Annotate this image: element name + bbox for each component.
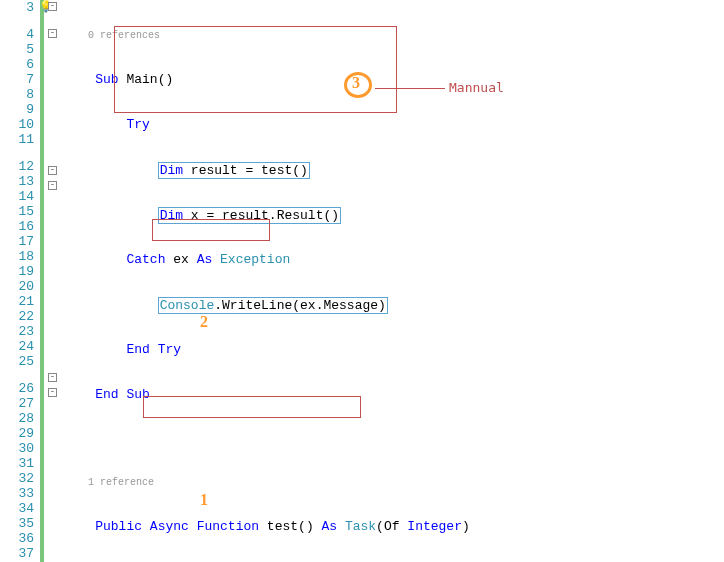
fold-toggle-icon[interactable]: - xyxy=(48,388,57,397)
code-line[interactable]: Catch ex As Exception xyxy=(64,252,724,267)
code-line[interactable]: Console.WriteLine(ex.Message) xyxy=(64,297,724,312)
fold-toggle-icon[interactable]: - xyxy=(48,373,57,382)
code-line[interactable]: Dim result = test() xyxy=(64,162,724,177)
annotation-number: 2 xyxy=(200,313,208,331)
fold-toggle-icon[interactable]: - xyxy=(48,2,57,11)
annotation-line xyxy=(375,88,445,89)
line-number-gutter: 3 4 5 6 7 8 9 10 11 12 13 14 15 16 17 18… xyxy=(0,0,40,562)
codelens-references[interactable]: 1 reference xyxy=(64,477,724,489)
code-line[interactable] xyxy=(64,432,724,447)
codelens-references[interactable]: 0 references xyxy=(64,30,724,42)
code-line[interactable]: Dim x = result.Result() xyxy=(64,207,724,222)
code-area[interactable]: 0 references Sub Main() Try Dim result =… xyxy=(64,0,724,562)
code-editor[interactable]: 💡 3 4 5 6 7 8 9 10 11 12 13 14 15 16 17 … xyxy=(0,0,724,562)
fold-column: - - - - - - xyxy=(44,0,64,562)
code-line[interactable]: Sub Main() xyxy=(64,72,724,87)
code-line[interactable]: Public Async Function test() As Task(Of … xyxy=(64,519,724,534)
code-line[interactable]: End Try xyxy=(64,342,724,357)
fold-toggle-icon[interactable]: - xyxy=(48,29,57,38)
fold-toggle-icon[interactable]: - xyxy=(48,166,57,175)
code-line[interactable]: Try xyxy=(64,117,724,132)
code-line[interactable]: End Sub xyxy=(64,387,724,402)
fold-toggle-icon[interactable]: - xyxy=(48,181,57,190)
annotation-number: 1 xyxy=(200,491,208,509)
